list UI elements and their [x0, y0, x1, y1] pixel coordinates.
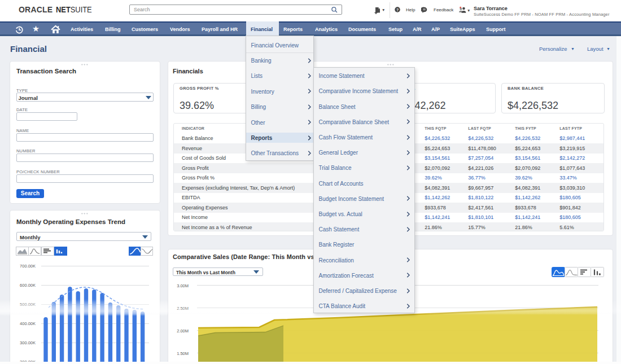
svg-text:400.00K: 400.00K [20, 321, 36, 326]
svg-text:?: ? [396, 8, 399, 12]
svg-text:700.00K: 700.00K [20, 264, 36, 269]
svg-text:1.50M: 1.50M [177, 351, 189, 356]
svg-text:300.00K: 300.00K [20, 340, 36, 345]
svg-text:600.00K: 600.00K [20, 283, 36, 288]
svg-text:3.00M: 3.00M [177, 283, 189, 288]
svg-text:2.00M: 2.00M [177, 328, 189, 334]
